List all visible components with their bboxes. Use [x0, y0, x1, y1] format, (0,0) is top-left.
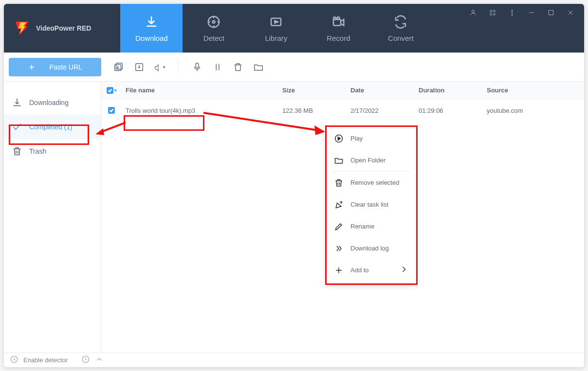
main-tabs: Download Detect Library Record Convert: [120, 4, 459, 53]
cell-source: youtube.com: [487, 107, 584, 114]
svg-point-12: [512, 12, 513, 13]
delete-icon[interactable]: [232, 61, 244, 73]
app-window: VideoPower RED Download Detect Library R…: [4, 4, 584, 367]
row-checkbox[interactable]: [108, 107, 115, 114]
tab-detect[interactable]: Detect: [183, 4, 245, 53]
col-header-duration[interactable]: Duration: [419, 87, 487, 94]
svg-point-5: [337, 17, 340, 19]
separator: [178, 60, 179, 74]
tab-record[interactable]: Record: [307, 4, 369, 53]
pause-icon[interactable]: [212, 61, 223, 73]
tab-convert[interactable]: Convert: [369, 4, 432, 53]
tab-label: Download: [135, 34, 168, 42]
minimize-button[interactable]: [528, 9, 535, 18]
toolbar: Paste URL ▾: [4, 53, 584, 82]
svg-rect-14: [549, 10, 553, 15]
sidebar-item-downloading[interactable]: Downloading: [4, 90, 101, 115]
detector-label: Enable detector: [23, 356, 68, 364]
svg-rect-18: [196, 63, 199, 68]
svg-point-9: [490, 13, 492, 15]
svg-point-8: [493, 10, 495, 12]
folder-icon[interactable]: [253, 61, 264, 73]
tab-label: Detect: [203, 34, 224, 42]
user-icon[interactable]: [469, 9, 477, 18]
highlight-completed: [9, 124, 89, 145]
svg-point-7: [490, 10, 492, 12]
highlight-filename: [124, 115, 204, 131]
tab-label: Convert: [388, 34, 414, 42]
cell-duration: 01:29:06: [419, 107, 487, 114]
content: ▾ File name Size Date Duration Source Tr…: [101, 82, 584, 353]
maximize-button[interactable]: [547, 9, 555, 18]
chevron-up-icon[interactable]: [95, 355, 104, 365]
keyboard-icon[interactable]: [489, 9, 496, 18]
sidebar: Downloading Completed (1) Trash: [4, 82, 101, 353]
brand: VideoPower RED: [4, 4, 101, 53]
highlight-context-menu: [325, 125, 418, 285]
statusbar: Enable detector: [4, 353, 584, 367]
detector-toggle-icon[interactable]: [10, 355, 18, 365]
svg-point-13: [512, 15, 513, 16]
col-header-name[interactable]: File name: [122, 87, 282, 94]
cell-date: 2/17/2022: [350, 107, 419, 114]
svg-line-19: [100, 123, 126, 132]
tab-label: Library: [265, 34, 287, 42]
cell-filename: Trolls world tour(4k).mp3: [122, 107, 282, 114]
tab-library[interactable]: Library: [245, 4, 307, 53]
svg-point-11: [512, 10, 513, 11]
app-logo-icon: [14, 19, 31, 37]
history-icon[interactable]: [81, 355, 90, 365]
paste-url-button[interactable]: Paste URL: [9, 58, 101, 76]
window-controls: [459, 4, 584, 53]
tab-label: Record: [327, 34, 350, 42]
svg-point-6: [472, 10, 474, 13]
svg-point-1: [213, 20, 215, 23]
sidebar-item-label: Downloading: [29, 99, 69, 106]
svg-point-4: [333, 17, 336, 19]
tab-download[interactable]: Download: [120, 4, 183, 53]
grid-header: ▾ File name Size Date Duration Source: [101, 82, 584, 99]
select-all-checkbox[interactable]: ▾: [101, 87, 122, 94]
col-header-source[interactable]: Source: [487, 87, 584, 94]
single-download-icon[interactable]: [133, 61, 145, 73]
sidebar-item-label: Trash: [29, 147, 46, 155]
svg-marker-22: [314, 125, 325, 135]
cell-size: 122.36 MB: [282, 107, 350, 114]
audio-format-icon[interactable]: ▾: [154, 61, 165, 73]
titlebar: VideoPower RED Download Detect Library R…: [4, 4, 584, 53]
mic-icon[interactable]: [191, 61, 203, 73]
toolbar-icons: ▾: [113, 60, 264, 74]
svg-rect-15: [116, 63, 123, 69]
check-icon: [107, 87, 113, 94]
paste-url-label: Paste URL: [49, 63, 82, 71]
svg-rect-3: [333, 19, 341, 26]
col-header-date[interactable]: Date: [350, 87, 419, 94]
menu-icon[interactable]: [508, 9, 516, 18]
batch-download-icon[interactable]: [113, 61, 125, 73]
body: Downloading Completed (1) Trash ▾ File n…: [4, 82, 584, 353]
col-header-size[interactable]: Size: [282, 87, 350, 94]
chevron-down-icon: ▾: [114, 88, 117, 93]
app-name: VideoPower RED: [36, 24, 91, 32]
close-button[interactable]: [567, 9, 574, 18]
svg-point-10: [493, 13, 495, 15]
